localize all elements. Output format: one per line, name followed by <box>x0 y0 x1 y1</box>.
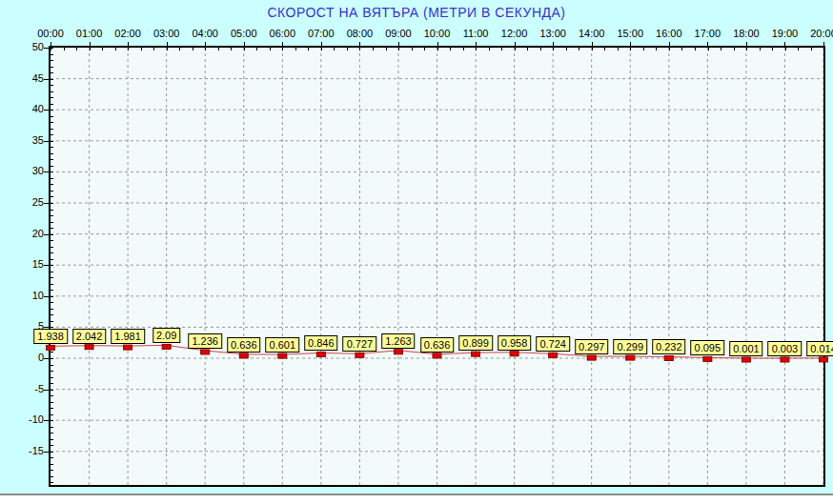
y-tick-label: -15 <box>11 445 44 457</box>
data-value-label: 0.958 <box>498 335 532 351</box>
data-value-label: 0.001 <box>729 341 763 356</box>
data-value-label: 0.601 <box>266 337 300 353</box>
data-value-label: 0.095 <box>691 340 725 355</box>
y-tick-label: 25 <box>11 196 44 209</box>
data-value-label: 1.236 <box>188 333 222 349</box>
gridlines <box>51 48 823 485</box>
y-tick-label: -10 <box>11 413 44 426</box>
data-value-label: 0.232 <box>652 339 686 354</box>
x-tick-label: 20:00 <box>801 28 833 40</box>
data-value-label: 1.263 <box>381 333 416 349</box>
wind-speed-chart-screen: СКОРОСТ НА ВЯТЪРА (МЕТРИ В СЕКУНДА) 00:0… <box>0 0 833 504</box>
y-tick-label: -5 <box>11 383 44 395</box>
bottom-margin <box>0 495 833 504</box>
data-value-label: 0.724 <box>536 336 570 352</box>
y-tick-label: 40 <box>11 103 44 115</box>
data-value-label: 0.297 <box>575 339 609 354</box>
data-value-label: 2.042 <box>72 329 107 344</box>
x-minor-ticks <box>51 48 823 50</box>
y-tick-label: 30 <box>11 165 44 177</box>
data-value-label: 0.299 <box>613 339 647 354</box>
data-value-label: 0.003 <box>768 341 803 356</box>
plot-area <box>49 46 825 487</box>
chart-title: СКОРОСТ НА ВЯТЪРА (МЕТРИ В СЕКУНДА) <box>0 5 833 20</box>
data-value-label: 0.636 <box>420 337 455 353</box>
y-tick-label: 15 <box>11 258 44 271</box>
y-tick-label: 0 <box>11 352 44 364</box>
data-value-label: 0.727 <box>343 336 377 352</box>
y-tick-label: 50 <box>11 41 44 53</box>
data-value-label: 0.014 <box>806 341 833 356</box>
y-tick-label: 10 <box>11 290 44 302</box>
y-tick-label: 35 <box>11 134 44 147</box>
y-tick-label: 20 <box>11 228 44 240</box>
data-value-label: 1.938 <box>33 329 68 344</box>
y-tick-label: 45 <box>11 72 44 85</box>
data-value-label: 2.09 <box>152 328 180 343</box>
data-value-label: 1.981 <box>111 329 145 344</box>
y-minor-ticks <box>51 48 53 485</box>
data-value-label: 0.846 <box>304 335 338 351</box>
data-value-label: 0.636 <box>227 337 261 353</box>
data-value-label: 0.899 <box>458 335 493 351</box>
